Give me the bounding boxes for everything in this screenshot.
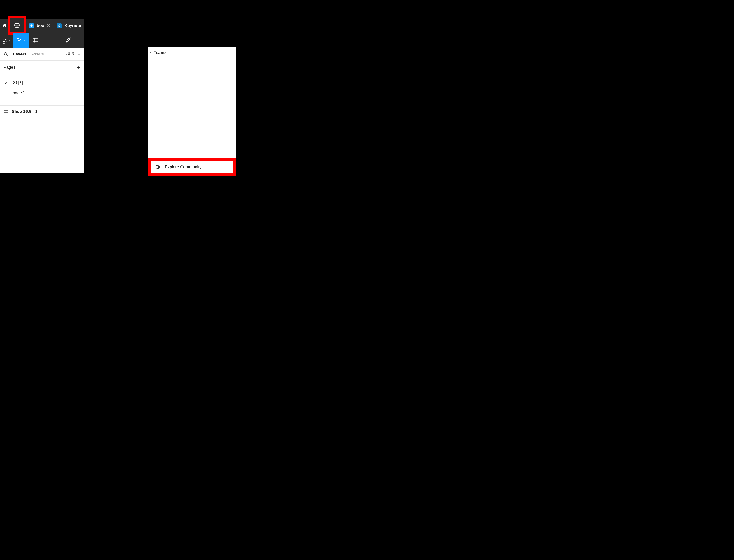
teams-row[interactable]: Teams xyxy=(148,47,236,58)
pen-icon xyxy=(65,37,72,43)
figjam-icon xyxy=(57,23,62,28)
highlight-explore-community: Explore Community xyxy=(148,158,236,176)
main-menu-button[interactable] xyxy=(0,33,13,48)
pages-label: Pages xyxy=(3,65,15,70)
layer-row-label: Slide 16:9 - 1 xyxy=(12,109,38,114)
page-item-label: 2회차 xyxy=(13,80,23,86)
page-selector-label: 2회차 xyxy=(65,51,76,57)
chevron-down-icon xyxy=(73,39,75,42)
pages-section-header: Pages + xyxy=(0,61,84,74)
tab-keynote[interactable]: Keynote xyxy=(53,19,84,33)
teams-label: Teams xyxy=(154,50,167,55)
left-panel: box ✕ Keynote xyxy=(0,19,84,173)
search-icon xyxy=(4,52,8,56)
page-selector[interactable]: 2회차 xyxy=(65,51,80,57)
explore-community-button[interactable]: Explore Community xyxy=(151,161,233,173)
chevron-down-icon xyxy=(40,39,42,42)
move-tool[interactable] xyxy=(13,33,29,48)
close-icon[interactable]: ✕ xyxy=(47,23,50,28)
left-panel-body: Layers Assets 2회차 Pages + 2회차 xyxy=(0,48,84,173)
assets-tab[interactable]: Assets xyxy=(31,52,44,57)
shape-tool[interactable] xyxy=(46,33,62,48)
cursor-icon xyxy=(16,37,22,43)
highlight-community-tab xyxy=(8,16,26,35)
right-sidebar-panel: Teams Explore Community xyxy=(148,47,236,176)
svg-rect-4 xyxy=(50,38,54,42)
explore-community-label: Explore Community xyxy=(165,164,202,169)
frame-icon xyxy=(33,37,39,43)
globe-icon xyxy=(155,164,160,169)
frame-tool[interactable] xyxy=(29,33,46,48)
chevron-up-icon xyxy=(78,53,80,55)
page-item-label: page2 xyxy=(13,90,24,95)
page-list: 2회차 page2 xyxy=(0,74,84,105)
figjam-icon xyxy=(29,23,34,28)
svg-point-6 xyxy=(4,52,7,55)
check-icon xyxy=(4,81,8,85)
toolbar xyxy=(0,33,84,48)
page-item[interactable]: page2 xyxy=(0,88,84,98)
page-item[interactable]: 2회차 xyxy=(0,78,84,88)
caret-right-icon xyxy=(150,51,152,54)
chevron-down-icon xyxy=(8,39,10,41)
layer-row[interactable]: Slide 16:9 - 1 xyxy=(0,106,84,117)
panel-tabs: Layers Assets 2회차 xyxy=(0,48,84,61)
tab-box[interactable]: box ✕ xyxy=(26,19,53,33)
frame-icon xyxy=(4,109,8,114)
layers-tab[interactable]: Layers xyxy=(13,52,27,57)
pen-tool[interactable] xyxy=(62,33,79,48)
home-icon xyxy=(2,23,7,28)
rectangle-icon xyxy=(49,37,55,43)
tab-box-label: box xyxy=(37,23,44,28)
layers-section: Slide 16:9 - 1 xyxy=(0,105,84,117)
svg-point-5 xyxy=(69,39,70,40)
community-tab[interactable] xyxy=(10,18,24,32)
chevron-down-icon xyxy=(23,39,26,42)
figma-logo-icon xyxy=(3,37,8,44)
home-button[interactable] xyxy=(1,22,8,29)
chevron-down-icon xyxy=(56,39,59,42)
svg-point-3 xyxy=(5,39,7,41)
search-button[interactable] xyxy=(3,52,8,57)
globe-icon xyxy=(14,22,20,28)
tab-keynote-label: Keynote xyxy=(64,23,81,28)
tab-strip: box ✕ Keynote xyxy=(0,19,84,33)
